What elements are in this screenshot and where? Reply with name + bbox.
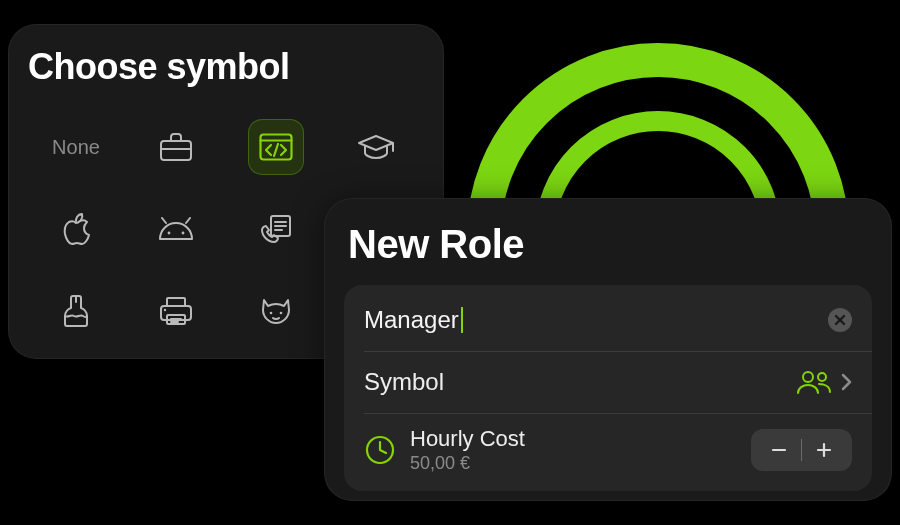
android-icon bbox=[157, 217, 195, 241]
new-role-panel: New Role Manager Symbol bbox=[324, 198, 892, 501]
svg-point-3 bbox=[182, 232, 185, 235]
symbol-android[interactable] bbox=[126, 188, 226, 270]
symbol-none-label: None bbox=[52, 136, 100, 159]
role-name-row[interactable]: Manager bbox=[344, 289, 872, 351]
clock-icon bbox=[364, 434, 396, 466]
svg-point-11 bbox=[818, 373, 826, 381]
svg-point-2 bbox=[168, 232, 171, 235]
code-icon bbox=[259, 133, 293, 161]
cat-icon bbox=[259, 296, 293, 326]
symbol-none[interactable]: None bbox=[26, 106, 126, 188]
graduation-cap-icon bbox=[357, 134, 395, 160]
hourly-cost-row: Hourly Cost 50,00 € bbox=[344, 413, 872, 487]
symbol-row-label: Symbol bbox=[364, 368, 444, 396]
role-name-value: Manager bbox=[364, 306, 459, 334]
hourly-cost-value: 50,00 € bbox=[410, 453, 525, 474]
brush-icon bbox=[63, 294, 89, 328]
symbol-briefcase[interactable] bbox=[126, 106, 226, 188]
symbol-code[interactable] bbox=[226, 106, 326, 188]
people-icon bbox=[796, 369, 832, 395]
printer-icon bbox=[159, 296, 193, 326]
stepper-increment[interactable] bbox=[802, 429, 846, 471]
symbol-row[interactable]: Symbol bbox=[344, 351, 872, 413]
role-name-input: Manager bbox=[364, 306, 463, 334]
symbol-graduation-cap[interactable] bbox=[326, 106, 426, 188]
text-caret bbox=[461, 307, 463, 333]
hourly-cost-label: Hourly Cost bbox=[410, 426, 525, 452]
svg-point-7 bbox=[164, 309, 166, 311]
choose-symbol-title: Choose symbol bbox=[28, 46, 424, 88]
minus-icon bbox=[770, 441, 788, 459]
svg-point-9 bbox=[280, 312, 283, 315]
symbol-brush[interactable] bbox=[26, 270, 126, 352]
symbol-printer[interactable] bbox=[126, 270, 226, 352]
svg-rect-0 bbox=[161, 141, 191, 160]
svg-point-10 bbox=[803, 372, 813, 382]
symbol-cat[interactable] bbox=[226, 270, 326, 352]
symbol-phone-document[interactable] bbox=[226, 188, 326, 270]
svg-point-8 bbox=[270, 312, 273, 315]
briefcase-icon bbox=[159, 132, 193, 162]
plus-icon bbox=[815, 441, 833, 459]
phone-document-icon bbox=[260, 214, 292, 244]
chevron-right-icon bbox=[840, 372, 852, 392]
svg-rect-5 bbox=[161, 306, 191, 320]
apple-icon bbox=[62, 213, 90, 245]
role-card: Manager Symbol bbox=[344, 285, 872, 491]
clear-name-button[interactable] bbox=[828, 308, 852, 332]
stepper-decrement[interactable] bbox=[757, 429, 801, 471]
new-role-title: New Role bbox=[348, 222, 868, 267]
hourly-cost-stepper bbox=[751, 429, 852, 471]
close-icon bbox=[834, 314, 846, 326]
symbol-apple[interactable] bbox=[26, 188, 126, 270]
